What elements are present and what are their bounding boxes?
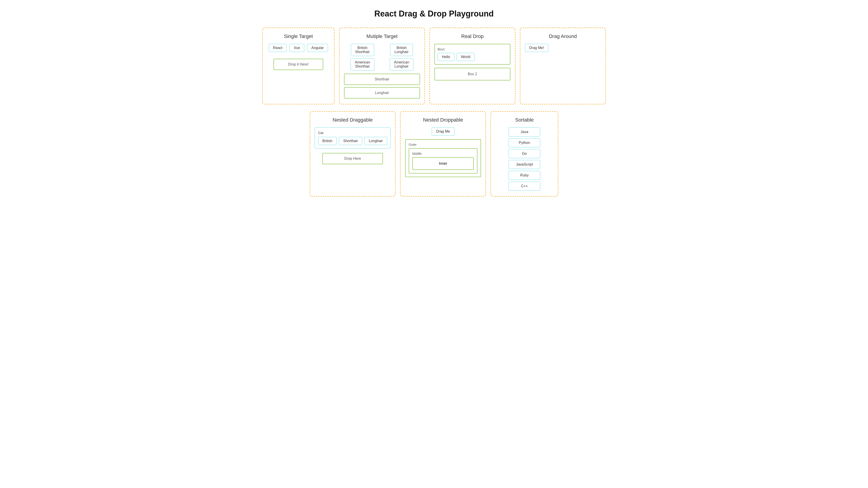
real-drop-title: Real Drop <box>434 33 510 39</box>
drag-arena[interactable]: Drag Me! <box>525 44 601 52</box>
drag-around-title: Drag Around <box>525 33 601 39</box>
multiple-drop-zones: Shorthair Longhair <box>344 74 420 98</box>
sortable-list: Java Python Go JavaScript Ruby C++ <box>495 127 553 191</box>
single-drop-zone[interactable]: Drop it Here! <box>274 59 323 70</box>
draggable-american-longhair[interactable]: AmericanLonghair <box>390 58 414 70</box>
cat-label: Cat <box>318 131 387 135</box>
middle-label: Middle <box>412 152 474 156</box>
drag-me-item[interactable]: Drag Me! <box>525 44 548 52</box>
draggable-react[interactable]: React <box>269 44 287 52</box>
cat-items: British Shorthair Longhair <box>318 137 387 145</box>
draggable-hello[interactable]: Hello <box>438 53 454 61</box>
single-target-title: Single Target <box>267 33 330 39</box>
sortable-title: Sortable <box>495 117 553 123</box>
draggable-shorthair[interactable]: Shorthair <box>339 137 362 145</box>
nested-drag-item-row: Drag Me <box>405 127 481 135</box>
inner-zone[interactable]: Inner <box>412 157 474 170</box>
draggable-vue[interactable]: Vue <box>289 44 304 52</box>
draggable-british-longhair[interactable]: BritishLonghair <box>390 44 413 56</box>
bottom-row: Nested Draggable Cat British Shorthair L… <box>9 111 859 197</box>
draggable-angular[interactable]: Angular <box>307 44 328 52</box>
outer-zone[interactable]: Outer Middle Inner <box>405 139 481 177</box>
multiple-target-panel: Mutiple Target BritishShorthair BritishL… <box>339 28 425 104</box>
playground: Single Target React Vue Angular Drop it … <box>9 28 859 197</box>
single-target-items: React Vue Angular <box>267 44 330 52</box>
draggable-british[interactable]: British <box>318 137 337 145</box>
middle-zone[interactable]: Middle Inner <box>409 148 477 173</box>
nested-droppable-title: Nested Droppable <box>405 117 481 123</box>
multiple-target-grid: BritishShorthair BritishLonghair America… <box>344 44 420 70</box>
box1-label: Box1 <box>438 47 507 51</box>
cat-box: Cat British Shorthair Longhair <box>315 127 391 149</box>
draggable-american-shorthair[interactable]: AmericanShorthair <box>350 58 375 70</box>
page-title: React Drag & Drop Playground <box>9 9 859 19</box>
sortable-python[interactable]: Python <box>508 138 540 147</box>
outer-label: Outer <box>409 143 477 147</box>
draggable-world[interactable]: World <box>457 53 475 61</box>
real-drop-box2[interactable]: Box 2 <box>434 68 510 80</box>
inner-label: Inner <box>439 162 447 166</box>
single-target-panel: Single Target React Vue Angular Drop it … <box>262 28 335 104</box>
drop-zone-shorthair[interactable]: Shorthair <box>344 74 420 85</box>
draggable-british-shorthair[interactable]: BritishShorthair <box>351 44 374 56</box>
box1-items: Hello World <box>438 53 507 61</box>
nested-drop-zone[interactable]: Drop Here <box>322 153 383 164</box>
sortable-go[interactable]: Go <box>508 149 540 158</box>
sortable-ruby[interactable]: Ruby <box>508 171 540 180</box>
multiple-target-title: Mutiple Target <box>344 33 420 39</box>
nested-droppable-panel: Nested Droppable Drag Me Outer Middle In… <box>400 111 486 197</box>
drag-around-panel: Drag Around Drag Me! <box>520 28 606 104</box>
sortable-panel: Sortable Java Python Go JavaScript Ruby … <box>491 111 558 197</box>
real-drop-box1: Box1 Hello World <box>434 44 510 65</box>
top-row: Single Target React Vue Angular Drop it … <box>9 28 859 104</box>
nested-draggable-title: Nested Draggable <box>315 117 391 123</box>
real-drop-panel: Real Drop Box1 Hello World Box 2 <box>430 28 515 104</box>
sortable-cpp[interactable]: C++ <box>508 182 540 191</box>
nested-draggable-panel: Nested Draggable Cat British Shorthair L… <box>310 111 396 197</box>
nested-drag-me[interactable]: Drag Me <box>432 127 454 135</box>
sortable-java[interactable]: Java <box>508 127 540 136</box>
drop-zone-longhair[interactable]: Longhair <box>344 87 420 98</box>
draggable-longhair[interactable]: Longhair <box>364 137 387 145</box>
sortable-javascript[interactable]: JavaScript <box>508 160 540 169</box>
